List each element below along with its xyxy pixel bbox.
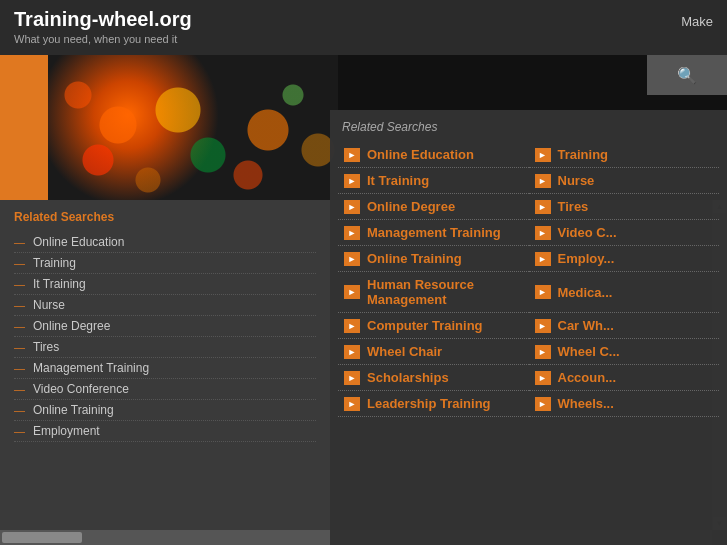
related-item-right[interactable]: ► Wheel C... bbox=[529, 339, 720, 365]
related-bullet-icon: ► bbox=[535, 174, 551, 188]
related-bullet-icon: ► bbox=[344, 252, 360, 266]
sidebar-arrow-icon: — bbox=[14, 257, 25, 269]
sidebar-title: Related Searches bbox=[14, 210, 316, 224]
related-item-right[interactable]: ► Training bbox=[529, 142, 720, 168]
related-grid: ► Online Education► Training► It Trainin… bbox=[330, 142, 727, 417]
related-panel: Related Searches ► Online Education► Tra… bbox=[330, 110, 727, 545]
related-item-right[interactable]: ► Car Wh... bbox=[529, 313, 720, 339]
related-item-left[interactable]: ► Online Training bbox=[338, 246, 529, 272]
sidebar-link[interactable]: Management Training bbox=[33, 361, 149, 375]
sidebar-link[interactable]: Nurse bbox=[33, 298, 65, 312]
related-link[interactable]: Management Training bbox=[367, 225, 501, 240]
related-link[interactable]: Video C... bbox=[558, 225, 617, 240]
related-item-right[interactable]: ► Tires bbox=[529, 194, 720, 220]
related-bullet-icon: ► bbox=[344, 148, 360, 162]
related-item-right[interactable]: ► Wheels... bbox=[529, 391, 720, 417]
sidebar-item[interactable]: — It Training bbox=[14, 274, 316, 295]
search-box-area[interactable]: 🔍 bbox=[647, 55, 727, 95]
related-bullet-icon: ► bbox=[535, 371, 551, 385]
header-right: Make bbox=[681, 8, 713, 29]
sidebar-item[interactable]: — Employment bbox=[14, 421, 316, 442]
related-link[interactable]: Online Education bbox=[367, 147, 474, 162]
related-bullet-icon: ► bbox=[344, 200, 360, 214]
related-link[interactable]: Training bbox=[558, 147, 609, 162]
sidebar-link[interactable]: Training bbox=[33, 256, 76, 270]
related-link[interactable]: Nurse bbox=[558, 173, 595, 188]
related-bullet-icon: ► bbox=[535, 148, 551, 162]
related-item-right[interactable]: ► Video C... bbox=[529, 220, 720, 246]
sidebar-items: — Online Education— Training— It Trainin… bbox=[14, 232, 316, 442]
related-link[interactable]: Employ... bbox=[558, 251, 615, 266]
related-link[interactable]: Accoun... bbox=[558, 370, 617, 385]
related-bullet-icon: ► bbox=[535, 226, 551, 240]
related-bullet-icon: ► bbox=[535, 285, 551, 299]
sidebar-arrow-icon: — bbox=[14, 299, 25, 311]
banner-bokeh-image bbox=[48, 55, 338, 200]
sidebar-item[interactable]: — Online Training bbox=[14, 400, 316, 421]
sidebar-arrow-icon: — bbox=[14, 236, 25, 248]
related-bullet-icon: ► bbox=[344, 371, 360, 385]
related-item-right[interactable]: ► Employ... bbox=[529, 246, 720, 272]
header: Training-wheel.org What you need, when y… bbox=[0, 0, 727, 55]
related-bullet-icon: ► bbox=[344, 319, 360, 333]
related-link[interactable]: Online Degree bbox=[367, 199, 455, 214]
related-link[interactable]: Wheel C... bbox=[558, 344, 620, 359]
related-link[interactable]: Leadership Training bbox=[367, 396, 491, 411]
related-link[interactable]: Human Resource Management bbox=[367, 277, 523, 307]
sidebar-item[interactable]: — Tires bbox=[14, 337, 316, 358]
related-item-left[interactable]: ► Computer Training bbox=[338, 313, 529, 339]
related-link[interactable]: Wheels... bbox=[558, 396, 614, 411]
related-item-right[interactable]: ► Medica... bbox=[529, 272, 720, 313]
sidebar-arrow-icon: — bbox=[14, 383, 25, 395]
related-item-left[interactable]: ► Scholarships bbox=[338, 365, 529, 391]
hscrollbar-thumb[interactable] bbox=[2, 532, 82, 543]
related-bullet-icon: ► bbox=[344, 226, 360, 240]
related-item-left[interactable]: ► Human Resource Management bbox=[338, 272, 529, 313]
related-link[interactable]: It Training bbox=[367, 173, 429, 188]
sidebar-arrow-icon: — bbox=[14, 425, 25, 437]
related-item-left[interactable]: ► It Training bbox=[338, 168, 529, 194]
related-bullet-icon: ► bbox=[344, 345, 360, 359]
sidebar-link[interactable]: Tires bbox=[33, 340, 59, 354]
main-content: Related Searches — Online Education— Tra… bbox=[0, 200, 727, 545]
related-item-left[interactable]: ► Online Degree bbox=[338, 194, 529, 220]
sidebar-link[interactable]: Online Education bbox=[33, 235, 124, 249]
related-link[interactable]: Scholarships bbox=[367, 370, 449, 385]
related-item-right[interactable]: ► Nurse bbox=[529, 168, 720, 194]
related-bullet-icon: ► bbox=[535, 252, 551, 266]
sidebar-item[interactable]: — Nurse bbox=[14, 295, 316, 316]
make-label: Make bbox=[681, 14, 713, 29]
related-bullet-icon: ► bbox=[344, 285, 360, 299]
related-link[interactable]: Computer Training bbox=[367, 318, 483, 333]
sidebar-arrow-icon: — bbox=[14, 341, 25, 353]
related-item-left[interactable]: ► Wheel Chair bbox=[338, 339, 529, 365]
header-left: Training-wheel.org What you need, when y… bbox=[14, 8, 192, 45]
related-link[interactable]: Online Training bbox=[367, 251, 462, 266]
related-link[interactable]: Car Wh... bbox=[558, 318, 614, 333]
sidebar-item[interactable]: — Online Education bbox=[14, 232, 316, 253]
related-item-right[interactable]: ► Accoun... bbox=[529, 365, 720, 391]
sidebar-link[interactable]: Video Conference bbox=[33, 382, 129, 396]
sidebar-item[interactable]: — Management Training bbox=[14, 358, 316, 379]
related-link[interactable]: Tires bbox=[558, 199, 589, 214]
sidebar-item[interactable]: — Online Degree bbox=[14, 316, 316, 337]
sidebar-arrow-icon: — bbox=[14, 362, 25, 374]
related-bullet-icon: ► bbox=[535, 345, 551, 359]
sidebar-link[interactable]: Online Degree bbox=[33, 319, 110, 333]
related-item-left[interactable]: ► Leadership Training bbox=[338, 391, 529, 417]
related-link[interactable]: Wheel Chair bbox=[367, 344, 442, 359]
sidebar-arrow-icon: — bbox=[14, 404, 25, 416]
sidebar-link[interactable]: Employment bbox=[33, 424, 100, 438]
sidebar-link[interactable]: Online Training bbox=[33, 403, 114, 417]
sidebar-link[interactable]: It Training bbox=[33, 277, 86, 291]
site-tagline: What you need, when you need it bbox=[14, 33, 192, 45]
related-item-left[interactable]: ► Online Education bbox=[338, 142, 529, 168]
search-icon[interactable]: 🔍 bbox=[677, 66, 697, 85]
sidebar-item[interactable]: — Video Conference bbox=[14, 379, 316, 400]
related-link[interactable]: Medica... bbox=[558, 285, 613, 300]
related-bullet-icon: ► bbox=[535, 319, 551, 333]
banner-orange-bar bbox=[0, 55, 48, 200]
sidebar-item[interactable]: — Training bbox=[14, 253, 316, 274]
related-bullet-icon: ► bbox=[344, 397, 360, 411]
related-item-left[interactable]: ► Management Training bbox=[338, 220, 529, 246]
